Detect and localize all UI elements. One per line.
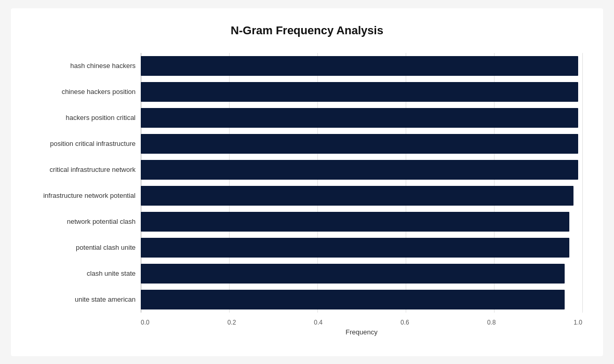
bar bbox=[141, 56, 578, 76]
x-tick: 1.0 bbox=[573, 319, 582, 326]
bar-row bbox=[141, 287, 582, 313]
y-label: hackers position critical bbox=[32, 105, 136, 131]
bar bbox=[141, 160, 578, 180]
y-label: chinese hackers position bbox=[32, 79, 136, 105]
bar bbox=[141, 108, 578, 128]
y-label: potential clash unite bbox=[32, 235, 136, 261]
y-label: hash chinese hackers bbox=[32, 53, 136, 79]
bar-row bbox=[141, 53, 582, 79]
bar bbox=[141, 212, 569, 232]
x-axis-title: Frequency bbox=[141, 328, 582, 336]
bar bbox=[141, 82, 578, 102]
x-tick: 0.6 bbox=[401, 319, 409, 326]
x-axis-labels: 0.00.20.40.60.81.0 bbox=[141, 319, 582, 326]
chart-title: N-Gram Frequency Analysis bbox=[32, 24, 582, 37]
bars-area: 0.00.20.40.60.81.0 Frequency bbox=[141, 53, 582, 313]
y-label: position critical infrastructure bbox=[32, 131, 136, 157]
x-tick: 0.0 bbox=[141, 319, 150, 326]
bar-row bbox=[141, 261, 582, 287]
y-label: critical infrastructure network bbox=[32, 157, 136, 183]
chart-container: N-Gram Frequency Analysis hash chinese h… bbox=[11, 8, 603, 356]
bar bbox=[141, 290, 565, 309]
bar bbox=[141, 264, 565, 284]
x-tick: 0.4 bbox=[314, 319, 323, 326]
x-tick: 0.8 bbox=[487, 319, 496, 326]
y-label: network potential clash bbox=[32, 209, 136, 235]
bar-row bbox=[141, 235, 582, 261]
y-label: infrastructure network potential bbox=[32, 183, 136, 209]
grid-line bbox=[582, 53, 583, 313]
bar bbox=[141, 186, 573, 206]
y-axis: hash chinese hackerschinese hackers posi… bbox=[32, 53, 141, 313]
bar bbox=[141, 238, 569, 258]
bar-row bbox=[141, 209, 582, 235]
x-axis-container: 0.00.20.40.60.81.0 Frequency bbox=[141, 319, 582, 336]
bar-row bbox=[141, 79, 582, 105]
y-label: clash unite state bbox=[32, 261, 136, 287]
y-label: unite state american bbox=[32, 287, 136, 313]
bar-row bbox=[141, 183, 582, 209]
bar-row bbox=[141, 157, 582, 183]
bar-row bbox=[141, 131, 582, 157]
chart-area: hash chinese hackerschinese hackers posi… bbox=[32, 53, 582, 313]
x-tick: 0.2 bbox=[228, 319, 236, 326]
bar-row bbox=[141, 105, 582, 131]
bar bbox=[141, 134, 578, 154]
